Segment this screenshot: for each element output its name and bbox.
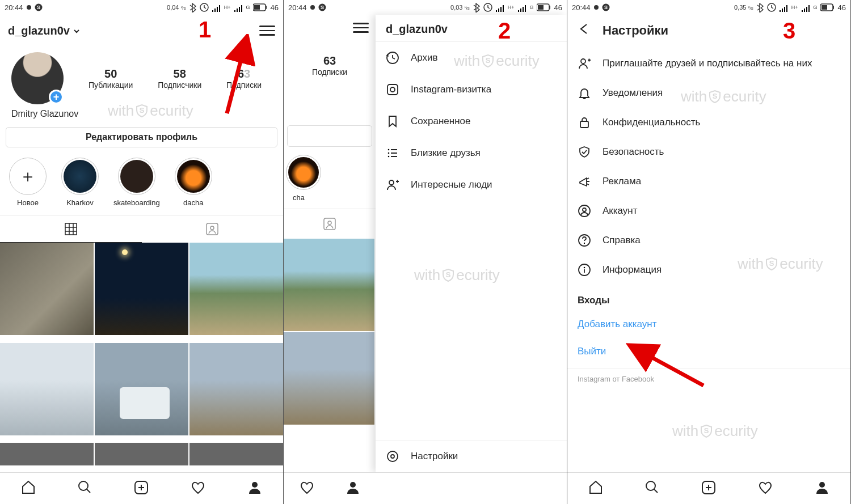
drawer-item-nametag[interactable]: Instagram-визитка <box>376 74 567 105</box>
tab-grid[interactable] <box>0 215 142 243</box>
drawer-item-discover[interactable]: Интересные люди <box>376 169 567 201</box>
status-bar: 20:44 S 0,04 ᴷ/s H+ G 46 <box>0 0 283 15</box>
chevron-down-icon <box>73 27 81 35</box>
nav-search[interactable] <box>644 480 660 498</box>
battery-icon <box>253 3 268 12</box>
post-tile[interactable] <box>189 443 283 465</box>
notif-dot-icon <box>310 5 315 10</box>
net-speed: 0,04 <box>167 4 179 11</box>
skype-icon: S <box>318 3 326 11</box>
username-dropdown[interactable]: d_glazun0v <box>8 24 81 37</box>
settings-item-account[interactable]: Аккаунт <box>567 196 850 226</box>
profile-tabs <box>0 215 283 243</box>
side-drawer: d_glazun0v Архив Instagram-визитка Сохра… <box>376 15 567 472</box>
highlight-new[interactable]: ＋ Новое <box>9 158 47 207</box>
settings-title: Настройки <box>603 23 668 38</box>
profile-avatar[interactable]: + <box>11 52 64 104</box>
edit-profile-button[interactable]: Редактировать профиль <box>6 127 277 147</box>
nav-activity[interactable] <box>757 480 773 498</box>
post-tile[interactable] <box>284 239 376 331</box>
settings-header: Настройки <box>567 15 850 46</box>
drawer-item-close-friends[interactable]: Близкие друзья <box>376 137 567 169</box>
edit-profile-button-peek[interactable] <box>287 125 372 147</box>
settings-item-ads[interactable]: Реклама <box>567 167 850 196</box>
bottom-nav <box>567 472 850 504</box>
svg-text:S: S <box>37 5 40 10</box>
annotation-3: 3 <box>783 18 795 44</box>
nav-profile[interactable] <box>247 480 263 498</box>
drawer-item-archive[interactable]: Архив <box>376 42 567 74</box>
annotation-arrow-1 <box>221 34 255 119</box>
drawer-item-saved[interactable]: Сохраненное <box>376 105 567 137</box>
post-tile[interactable] <box>0 443 94 465</box>
skype-icon: S <box>35 3 43 11</box>
tab-tagged-peek[interactable] <box>284 209 376 232</box>
menu-button[interactable] <box>259 26 275 36</box>
post-tile[interactable] <box>189 343 283 435</box>
post-tile[interactable] <box>95 343 188 435</box>
nav-home[interactable] <box>20 480 36 498</box>
nav-search[interactable] <box>77 480 93 498</box>
highlight-peek[interactable]: cha <box>284 155 376 202</box>
screen-3-settings: 20:44 S 0,35 ᴷ/s H+ G 46 Настройки Пригл… <box>567 0 851 504</box>
logins-section-header: Входы <box>567 285 850 311</box>
status-bar: 20:44 S 0,03 ᴷ/s H+ G 46 <box>284 0 567 15</box>
post-tile[interactable] <box>95 243 188 335</box>
status-time: 20:44 <box>5 3 23 12</box>
tab-tagged[interactable] <box>142 215 284 243</box>
settings-item-about[interactable]: Информация <box>567 255 850 285</box>
post-tile[interactable] <box>0 343 94 435</box>
settings-item-security[interactable]: Безопасность <box>567 137 850 167</box>
post-tile[interactable] <box>0 243 94 335</box>
annotation-1: 1 <box>199 17 211 43</box>
post-tile[interactable] <box>189 243 283 335</box>
settings-item-help[interactable]: Справка <box>567 226 850 255</box>
posts-grid <box>0 243 283 472</box>
annotation-arrow-3 <box>624 340 709 391</box>
bluetooth-icon <box>189 3 197 12</box>
profile-peek: 63 Подписки cha <box>284 15 376 472</box>
screen-2-drawer: 20:44 S 0,03 ᴷ/s H+ G 46 63 Подписки cha <box>284 0 567 504</box>
bottom-nav <box>284 472 567 504</box>
add-story-badge[interactable]: + <box>49 90 64 104</box>
highlights-row: ＋ Новое Kharkov skateboarding dacha <box>0 155 283 210</box>
nav-add[interactable] <box>133 480 149 498</box>
nav-profile[interactable] <box>345 480 361 498</box>
skype-icon: S <box>602 3 610 11</box>
drawer-username: d_glazun0v <box>376 15 567 42</box>
highlight-kharkov[interactable]: Kharkov <box>61 158 99 207</box>
highlight-skateboarding[interactable]: skateboarding <box>113 158 160 207</box>
signal-1-icon <box>212 3 221 12</box>
post-tile[interactable] <box>95 443 188 465</box>
stat-posts[interactable]: 50Публикации <box>89 67 133 90</box>
bottom-nav <box>0 472 283 504</box>
back-button[interactable] <box>576 22 590 39</box>
nav-profile[interactable] <box>814 480 830 498</box>
notif-dot-icon <box>594 5 599 10</box>
nav-activity[interactable] <box>190 480 206 498</box>
settings-item-invite[interactable]: Приглашайте друзей и подписывайтесь на н… <box>567 49 850 78</box>
post-tile[interactable] <box>284 332 376 425</box>
settings-list: Приглашайте друзей и подписывайтесь на н… <box>567 46 850 391</box>
status-bar: 20:44 S 0,35 ᴷ/s H+ G 46 <box>567 0 850 15</box>
nav-activity[interactable] <box>299 480 315 498</box>
highlight-dacha[interactable]: dacha <box>175 158 212 207</box>
alarm-icon <box>200 3 209 12</box>
menu-button[interactable] <box>353 23 369 33</box>
drawer-item-settings[interactable]: Настройки <box>376 440 567 472</box>
screen-1-profile: 20:44 S 0,04 ᴷ/s H+ G 46 d_glazun0v + 50… <box>0 0 284 504</box>
nav-add[interactable] <box>701 480 717 498</box>
stat-followers[interactable]: 58Подписчики <box>158 67 201 90</box>
settings-item-privacy[interactable]: Конфиденциальность <box>567 108 850 137</box>
notif-dot-icon <box>27 5 31 10</box>
annotation-2: 2 <box>498 18 511 44</box>
watermark: withecurity <box>672 422 758 440</box>
battery-level: 46 <box>271 3 279 12</box>
svg-text:S: S <box>604 5 608 10</box>
settings-item-notifications[interactable]: Уведомления <box>567 78 850 108</box>
signal-2-icon <box>234 3 243 12</box>
add-account-link[interactable]: Добавить аккаунт <box>567 311 850 338</box>
nav-home[interactable] <box>588 480 604 498</box>
svg-text:S: S <box>321 5 324 10</box>
